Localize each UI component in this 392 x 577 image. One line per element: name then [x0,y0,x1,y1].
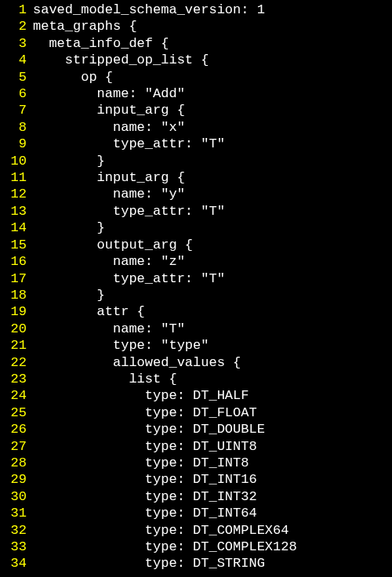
code-text: meta_info_def { [33,35,169,52]
line-number: 34 [0,555,33,572]
code-line: 4 stripped_op_list { [0,52,392,68]
code-text: type: DT_COMPLEX64 [33,522,289,539]
code-line: 9 type_attr: "T" [0,136,392,152]
code-text: list { [33,371,177,387]
code-text: name: "Add" [33,85,185,102]
code-text: type_attr: "T" [33,203,225,220]
code-text: type_attr: "T" [33,270,225,287]
code-line: 20 name: "T" [0,321,392,337]
code-line: 34 type: DT_STRING [0,555,392,572]
line-number: 32 [0,522,33,539]
code-line: 33 type: DT_COMPLEX128 [0,539,392,555]
code-text: name: "x" [33,119,185,136]
code-text: } [33,220,105,236]
code-text: attr { [33,303,145,320]
code-text: type: DT_INT32 [33,488,257,505]
line-number: 30 [0,488,33,505]
line-number: 4 [0,52,33,68]
line-number: 15 [0,237,33,253]
line-number: 8 [0,119,33,136]
code-line: 16 name: "z" [0,253,392,270]
code-text: name: "T" [33,321,185,337]
line-number: 29 [0,471,33,488]
code-line: 28 type: DT_INT8 [0,455,392,471]
code-line: 26 type: DT_DOUBLE [0,421,392,437]
code-text: name: "y" [33,186,185,202]
code-text: type: DT_DOUBLE [33,421,265,437]
code-line: 30 type: DT_INT32 [0,488,392,505]
code-line: 1saved_model_schema_version: 1 [0,2,392,18]
code-text: allowed_values { [33,354,241,371]
line-number: 23 [0,371,33,387]
code-line: 2meta_graphs { [0,18,392,34]
code-line: 12 name: "y" [0,186,392,202]
line-number: 31 [0,505,33,521]
code-line: 31 type: DT_INT64 [0,505,392,521]
code-text: } [33,287,105,303]
code-text: type: DT_FLOAT [33,405,257,421]
line-number: 3 [0,35,33,52]
line-number: 27 [0,438,33,455]
code-line: 19 attr { [0,303,392,320]
code-text: type: DT_UINT8 [33,438,257,455]
code-text: type: DT_COMPLEX128 [33,539,297,555]
code-text: type: DT_STRING [33,555,265,572]
code-line: 18 } [0,287,392,303]
code-text: output_arg { [33,237,193,253]
code-line: 10 } [0,153,392,169]
code-text: type: DT_INT16 [33,471,257,488]
code-line: 6 name: "Add" [0,85,392,102]
code-text: stripped_op_list { [33,52,209,68]
line-number: 14 [0,220,33,236]
code-line: 13 type_attr: "T" [0,203,392,220]
line-number: 6 [0,85,33,102]
code-text: input_arg { [33,169,185,186]
code-line: 11 input_arg { [0,169,392,186]
line-number: 7 [0,102,33,118]
code-text: op { [33,69,113,85]
code-text: meta_graphs { [33,18,137,34]
code-line: 15 output_arg { [0,237,392,253]
line-number: 2 [0,18,33,34]
code-line: 23 list { [0,371,392,387]
code-text: type: DT_INT8 [33,455,249,471]
code-line: 8 name: "x" [0,119,392,136]
code-text: type: "type" [33,337,209,354]
code-text: saved_model_schema_version: 1 [33,2,265,18]
line-number: 33 [0,539,33,555]
line-number: 10 [0,153,33,169]
line-number: 24 [0,387,33,404]
code-line: 17 type_attr: "T" [0,270,392,287]
line-number: 13 [0,203,33,220]
line-number: 5 [0,69,33,85]
line-number: 26 [0,421,33,437]
line-number: 28 [0,455,33,471]
line-number: 11 [0,169,33,186]
line-number: 20 [0,321,33,337]
code-line: 14 } [0,220,392,236]
line-number: 18 [0,287,33,303]
code-text: name: "z" [33,253,185,270]
line-number: 17 [0,270,33,287]
code-text: type_attr: "T" [33,136,225,152]
code-line: 5 op { [0,69,392,85]
code-text: type: DT_INT64 [33,505,257,521]
line-number: 12 [0,186,33,202]
code-line: 25 type: DT_FLOAT [0,405,392,421]
code-line: 24 type: DT_HALF [0,387,392,404]
code-line: 27 type: DT_UINT8 [0,438,392,455]
code-text: input_arg { [33,102,185,118]
code-editor: 1saved_model_schema_version: 12meta_grap… [0,2,392,572]
code-line: 3 meta_info_def { [0,35,392,52]
code-line: 22 allowed_values { [0,354,392,371]
line-number: 9 [0,136,33,152]
line-number: 1 [0,2,33,18]
line-number: 25 [0,405,33,421]
line-number: 22 [0,354,33,371]
code-line: 29 type: DT_INT16 [0,471,392,488]
line-number: 16 [0,253,33,270]
code-text: type: DT_HALF [33,387,249,404]
code-line: 7 input_arg { [0,102,392,118]
line-number: 19 [0,303,33,320]
line-number: 21 [0,337,33,354]
